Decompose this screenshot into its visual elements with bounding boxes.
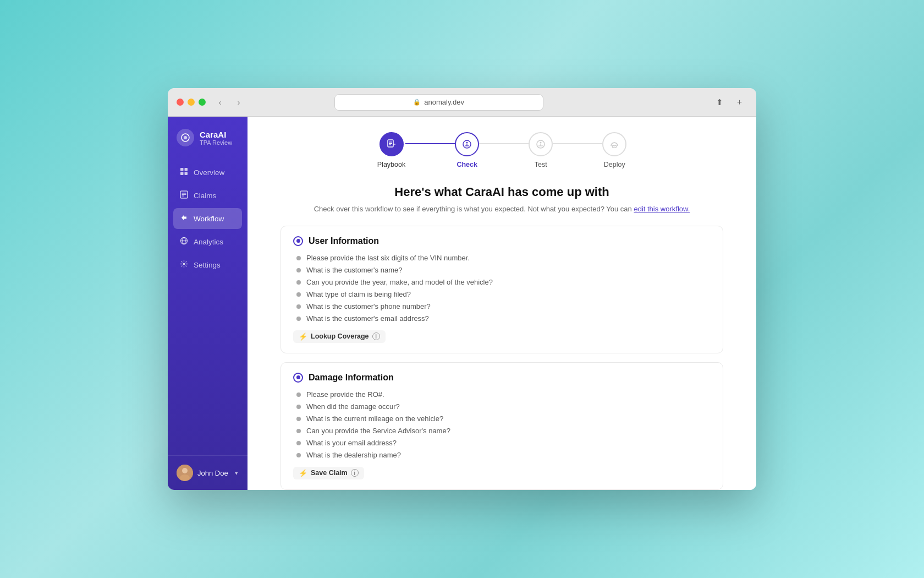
svg-point-13 [183,263,185,265]
workflow-icon [180,214,188,223]
bolt-icon: ⚡ [299,469,307,477]
section-user-info-title: User Information [309,236,379,246]
minimize-button[interactable] [188,99,195,106]
bolt-icon: ⚡ [299,332,307,341]
page-subtext: Check over this workflow to see if every… [280,204,723,215]
user-profile[interactable]: John Doe ▾ [168,455,248,490]
content-area: Here's what CaraAI has come up with Chec… [248,179,756,490]
traffic-lights [177,99,206,106]
list-item: Can you provide the Service Advisor's na… [296,427,711,435]
action-label: Lookup Coverage [311,332,369,340]
avatar [177,465,193,481]
section-dot-user [293,236,303,246]
section-user-info-header: User Information [293,236,711,246]
bullet-dot [296,417,301,421]
connector-2 [479,143,529,144]
step-playbook-circle [380,132,404,156]
step-check-circle [455,132,479,156]
step-test-circle [529,132,553,156]
sidebar-item-settings[interactable]: Settings [173,254,242,275]
svg-rect-5 [185,172,188,176]
new-tab-button[interactable]: ＋ [732,95,747,110]
step-test[interactable]: Test [529,132,553,168]
connector-3 [553,143,602,144]
forward-button[interactable]: › [231,95,246,110]
bullet-dot [296,292,301,297]
url-text: anomaly.dev [424,98,464,106]
step-playbook-label: Playbook [377,161,405,168]
bullet-dot [296,453,301,457]
svg-point-1 [184,136,187,139]
page-title: Here's what CaraAI has come up with [280,185,723,199]
lock-icon: 🔒 [413,99,421,106]
svg-point-22 [466,142,468,144]
list-item: What is the current mileage on the vehic… [296,415,711,423]
step-test-label: Test [535,161,547,168]
bullet-dot [296,256,301,260]
svg-point-26 [540,142,542,144]
back-button[interactable]: ‹ [212,95,228,110]
list-item: Please provide the last six digits of th… [296,254,711,262]
bullet-dot [296,317,301,321]
bullet-dot [296,429,301,433]
lookup-coverage-action[interactable]: ⚡ Lookup Coverage i [293,330,386,343]
sidebar-item-analytics[interactable]: Analytics [173,231,242,252]
analytics-label: Analytics [194,238,223,246]
browser-actions: ⬆ ＋ [712,95,747,110]
maximize-button[interactable] [199,99,206,106]
logo-text: CaraAI TPA Review [200,130,232,146]
settings-label: Settings [194,261,221,269]
app-name: CaraAI [200,130,232,139]
step-deploy[interactable]: Deploy [602,132,626,168]
step-deploy-circle [602,132,626,156]
sidebar-item-workflow[interactable]: Workflow [173,208,242,229]
sidebar-item-overview[interactable]: Overview [173,162,242,183]
share-button[interactable]: ⬆ [712,95,728,110]
chevron-down-icon: ▾ [235,470,238,477]
section-dot-damage [293,373,303,383]
analytics-icon [180,237,188,247]
bullet-dot [296,441,301,445]
section-user-information: User Information Please provide the last… [280,226,723,353]
app-logo: CaraAI TPA Review [168,117,248,162]
overview-icon [180,167,188,177]
sidebar: CaraAI TPA Review Overview [168,117,248,490]
browser-toolbar: ‹ › 🔒 anomaly.dev ⬆ ＋ [168,88,756,117]
save-claim-action[interactable]: ⚡ Save Claim i [293,467,364,479]
user-info-questions: Please provide the last six digits of th… [293,254,711,323]
user-name: John Doe [197,469,228,477]
info-icon[interactable]: i [372,332,380,340]
step-check[interactable]: Check [455,132,479,168]
list-item: What type of claim is being filed? [296,290,711,298]
list-item: What is your email address? [296,439,711,447]
svg-rect-3 [185,168,188,171]
list-item: What is the customer's phone number? [296,302,711,310]
action-label: Save Claim [311,469,348,477]
address-bar[interactable]: 🔒 anomaly.dev [334,94,543,111]
svg-rect-2 [180,168,184,171]
browser-window: ‹ › 🔒 anomaly.dev ⬆ ＋ CaraAI [168,88,756,490]
workflow-label: Workflow [194,215,224,223]
list-item: Can you provide the year, make, and mode… [296,278,711,286]
stepper: Playbook Check [248,117,756,179]
claims-icon [180,190,188,200]
section-damage-info-header: Damage Information [293,373,711,383]
section-damage-information: Damage Information Please provide the RO… [280,362,723,490]
info-icon[interactable]: i [351,469,359,477]
svg-point-15 [182,468,188,473]
step-playbook[interactable]: Playbook [377,132,405,168]
sidebar-item-claims[interactable]: Claims [173,185,242,206]
content-heading: Here's what CaraAI has come up with Chec… [280,185,723,215]
step-deploy-label: Deploy [604,161,625,168]
bullet-dot [296,392,301,397]
bullet-dot [296,280,301,285]
bullet-dot [296,268,301,272]
overview-label: Overview [194,168,224,177]
app-subtitle: TPA Review [200,139,232,146]
close-button[interactable] [177,99,184,106]
bullet-dot [296,405,301,409]
edit-workflow-link[interactable]: edit this workflow. [634,205,690,213]
main-content: Playbook Check [248,117,756,490]
step-check-label: Check [457,161,477,168]
list-item: What is the customer's name? [296,266,711,274]
